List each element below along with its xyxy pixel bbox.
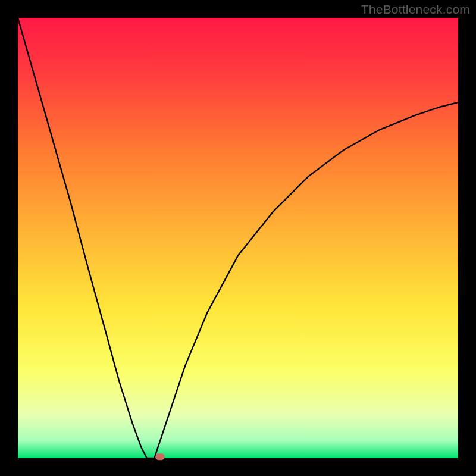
watermark-text: TheBottleneck.com	[361, 2, 470, 17]
plot-background	[18, 18, 458, 458]
chart-svg	[0, 0, 476, 476]
chart-frame: TheBottleneck.com	[0, 0, 476, 476]
bottleneck-marker	[156, 453, 165, 460]
